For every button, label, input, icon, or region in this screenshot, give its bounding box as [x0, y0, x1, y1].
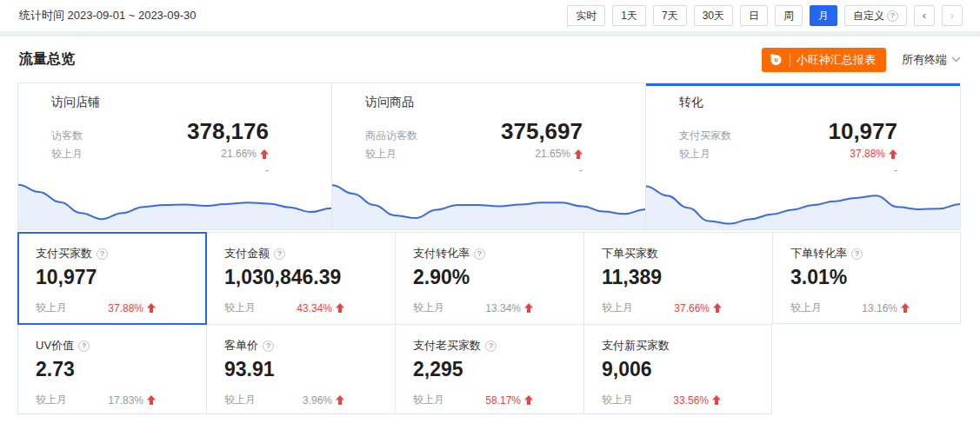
sparkline-chart-conversion [646, 176, 960, 229]
section-header: 流量总览 小旺神汇总报表 所有终端 [0, 36, 980, 83]
card-metric-label: 商品访客数 [365, 129, 417, 143]
date-range-switcher: 实时 1天 7天 30天 日 周 月 自定义 ? ‹ › [560, 5, 963, 26]
change-percent: 17.83% [108, 394, 143, 406]
next-period-button[interactable]: › [942, 5, 963, 26]
tile-pay-conversion-rate[interactable]: 支付转化率? 2.90% 较上月13.34% [395, 232, 583, 324]
change-percent: 3.96% [303, 394, 332, 406]
help-icon[interactable]: ? [887, 10, 898, 22]
tile-value: 2,295 [413, 358, 583, 381]
compare-label: 较上月 [790, 301, 822, 315]
change-percent: 37.88% [108, 302, 143, 314]
range-button-7day[interactable]: 7天 [653, 5, 687, 26]
terminal-filter-label: 所有终端 [902, 52, 947, 68]
change-percent: 58.17% [485, 394, 521, 406]
card-title: 访问商品 [365, 95, 645, 110]
tile-order-buyers[interactable]: 下单买家数 11,389 较上月37.66% [583, 232, 772, 324]
card-title: 转化 [679, 95, 960, 110]
tile-title-label: 支付买家数 [36, 246, 92, 261]
compare-label: 较上月 [51, 147, 83, 162]
range-button-month[interactable]: 月 [810, 5, 837, 26]
compare-label: 较上月 [365, 147, 397, 162]
compare-label: 较上月 [224, 301, 256, 315]
tile-uv-value[interactable]: UV价值? 2.73 较上月17.83% [17, 324, 206, 414]
summary-report-label: 小旺神汇总报表 [797, 52, 876, 68]
change-percent: 21.66% [221, 148, 257, 160]
tile-title-label: 支付老买家数 [413, 338, 481, 354]
button-divider [790, 53, 790, 67]
help-icon[interactable]: ? [474, 248, 485, 260]
tile-value: 2.73 [36, 358, 206, 381]
help-icon[interactable]: ? [78, 340, 90, 352]
tile-title-label: 客单价 [224, 338, 258, 354]
card-conversion[interactable]: 转化 支付买家数 10,977 较上月 37.88% - [646, 83, 960, 229]
card-metric-value: 375,697 [501, 118, 583, 145]
card-metric-label: 支付买家数 [679, 129, 731, 143]
compare-label: 较上月 [602, 393, 633, 407]
change-percent: 13.16% [862, 302, 897, 314]
range-button-1day[interactable]: 1天 [612, 5, 646, 26]
card-visit-shop[interactable]: 访问店铺 访客数 378,176 较上月 21.66% - [18, 83, 332, 229]
up-arrow-icon [260, 149, 269, 159]
range-button-custom-label: 自定义 [853, 6, 884, 25]
help-icon[interactable]: ? [485, 340, 497, 352]
change-percent: 37.88% [850, 148, 885, 160]
secondary-change: - [679, 164, 897, 176]
tile-title-label: 支付转化率 [413, 246, 470, 261]
compare-label: 较上月 [224, 393, 256, 407]
tile-avg-order-value[interactable]: 客单价? 93.91 较上月3.96% [206, 324, 395, 414]
tile-title-label: UV价值 [36, 338, 74, 354]
tile-title-label: 下单转化率 [790, 246, 847, 261]
help-icon[interactable]: ? [97, 248, 108, 260]
up-arrow-icon [713, 303, 722, 313]
up-arrow-icon [147, 395, 156, 405]
up-arrow-icon [336, 395, 344, 405]
help-icon[interactable]: ? [274, 248, 285, 260]
sparkline-chart-visit-shop [18, 176, 331, 229]
summary-report-button[interactable]: 小旺神汇总报表 [762, 48, 886, 72]
secondary-change: - [365, 164, 583, 176]
up-arrow-icon [524, 303, 533, 313]
tile-pay-old-buyers[interactable]: 支付老买家数? 2,295 较上月58.17% [395, 324, 583, 414]
range-button-realtime[interactable]: 实时 [567, 5, 605, 26]
tile-title-label: 下单买家数 [602, 246, 658, 261]
up-arrow-icon [712, 395, 721, 405]
up-arrow-icon [336, 303, 344, 313]
up-arrow-icon [574, 149, 583, 159]
tile-order-conversion-rate[interactable]: 下单转化率? 3.01% 较上月13.16% [772, 232, 961, 324]
card-visit-item[interactable]: 访问商品 商品访客数 375,697 较上月 21.65% - [332, 83, 646, 229]
sparkline-chart-visit-item [332, 176, 645, 229]
range-button-custom[interactable]: 自定义 ? [844, 5, 907, 26]
empty-cell [772, 324, 961, 414]
help-icon[interactable]: ? [851, 248, 863, 260]
card-metric-label: 访客数 [51, 129, 83, 143]
compare-label: 较上月 [413, 393, 444, 407]
up-arrow-icon [524, 395, 533, 405]
stat-date-range: 统计时间 2023-09-01 ~ 2023-09-30 [19, 8, 196, 23]
tile-pay-buyers[interactable]: 支付买家数? 10,977 较上月37.88% [17, 232, 206, 324]
topbar: 统计时间 2023-09-01 ~ 2023-09-30 实时 1天 7天 30… [0, 0, 980, 31]
compare-label: 较上月 [36, 393, 67, 407]
compare-label: 较上月 [679, 147, 710, 162]
tile-value: 3.01% [790, 266, 960, 289]
range-button-week[interactable]: 周 [775, 5, 803, 26]
overview-cards: 访问店铺 访客数 378,176 较上月 21.66% - [17, 83, 961, 230]
change-percent: 13.34% [485, 302, 521, 314]
card-title: 访问店铺 [51, 95, 331, 110]
tile-title-label: 支付新买家数 [602, 338, 670, 354]
change-percent: 21.65% [535, 148, 570, 160]
terminal-filter-dropdown[interactable]: 所有终端 [902, 52, 961, 68]
range-button-day[interactable]: 日 [740, 5, 768, 26]
range-button-30day[interactable]: 30天 [694, 5, 733, 26]
tile-pay-new-buyers[interactable]: 支付新买家数 9,006 较上月33.56% [583, 324, 772, 414]
up-arrow-icon [889, 149, 897, 159]
tile-pay-amount[interactable]: 支付金额? 1,030,846.39 较上月43.34% [206, 232, 395, 324]
tile-value: 11,389 [602, 266, 772, 289]
card-metric-value: 10,977 [828, 118, 897, 145]
metric-tiles: 支付买家数? 10,977 较上月37.88% 支付金额? 1,030,846.… [17, 232, 961, 414]
compare-label: 较上月 [36, 301, 67, 315]
secondary-change: - [51, 164, 269, 176]
change-percent: 37.66% [674, 302, 710, 314]
prev-period-button[interactable]: ‹ [914, 5, 935, 26]
change-percent: 43.34% [297, 302, 332, 314]
help-icon[interactable]: ? [263, 340, 274, 352]
